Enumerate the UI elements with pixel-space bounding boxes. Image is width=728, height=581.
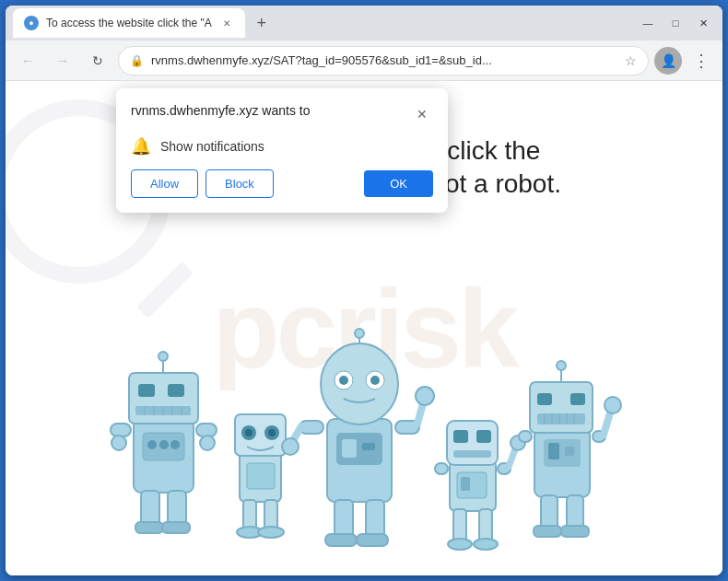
svg-rect-60 [453,450,491,458]
allow-button[interactable]: Allow [131,169,198,198]
svg-rect-16 [111,424,131,436]
lock-icon: 🔒 [130,54,144,67]
minimize-button[interactable]: — [636,14,660,32]
svg-point-51 [282,438,299,455]
refresh-button[interactable]: ↻ [83,46,112,76]
svg-rect-30 [247,463,275,489]
svg-point-69 [448,539,472,550]
svg-rect-44 [342,439,357,458]
svg-point-15 [170,440,180,449]
profile-button[interactable]: 👤 [654,47,682,75]
nav-bar: ← → ↻ 🔒 rvnms.dwhenmyfe.xyz/SAT?tag_id=9… [6,41,722,81]
browser-window: ● To access the website click the "A ✕ +… [6,6,722,575]
svg-point-70 [474,539,498,550]
page-content: pcrisk To access the website click the t… [6,81,722,575]
svg-point-29 [268,429,276,436]
close-button[interactable]: ✕ [691,14,715,32]
tab-close-button[interactable]: ✕ [219,16,234,30]
title-bar: ● To access the website click the "A ✕ +… [6,6,722,41]
svg-point-82 [557,361,566,370]
svg-point-40 [370,376,380,385]
svg-rect-17 [196,424,217,436]
maximize-button[interactable]: □ [663,14,687,32]
svg-rect-85 [565,447,574,456]
svg-rect-93 [561,526,589,537]
svg-point-13 [147,440,157,449]
url-text: rvnms.dwhenmyfe.xyz/SAT?tag_id=905576&su… [151,53,617,67]
svg-point-14 [159,440,169,449]
svg-point-19 [200,436,215,450]
browser-tab[interactable]: ● To access the website click the "A ✕ [13,8,245,38]
svg-rect-73 [537,393,552,405]
svg-point-34 [258,527,284,538]
svg-rect-23 [162,522,190,533]
svg-rect-54 [325,534,357,546]
svg-rect-2 [138,384,155,397]
svg-point-89 [605,397,621,413]
forward-button[interactable]: → [48,46,77,76]
bookmark-icon[interactable]: ☆ [625,53,637,68]
block-button[interactable]: Block [205,169,274,198]
svg-rect-58 [453,430,468,443]
svg-point-36 [321,343,398,424]
svg-rect-74 [570,393,585,405]
svg-rect-62 [461,477,470,491]
tab-favicon-icon: ● [24,16,39,30]
svg-rect-92 [534,526,561,537]
tab-title: To access the website click the "A [46,17,212,29]
svg-rect-86 [519,431,532,442]
window-controls: — □ ✕ [636,14,715,32]
svg-point-42 [355,329,364,338]
menu-button[interactable]: ⋮ [687,47,715,75]
dialog-header: rvnms.dwhenmyfe.xyz wants to ✕ [131,103,433,125]
address-bar[interactable]: 🔒 rvnms.dwhenmyfe.xyz/SAT?tag_id=905576&… [118,46,649,76]
svg-rect-1 [129,373,198,424]
svg-rect-45 [362,443,375,450]
svg-point-49 [416,387,434,405]
svg-point-28 [245,429,252,436]
robots-illustration [97,327,631,566]
svg-point-39 [339,376,348,385]
svg-point-18 [112,436,126,450]
svg-rect-63 [435,463,448,474]
svg-rect-72 [530,382,593,433]
svg-rect-57 [447,421,498,465]
dialog-buttons: Allow Block OK [131,169,433,198]
svg-point-11 [159,352,168,361]
svg-rect-22 [135,522,163,533]
ok-button[interactable]: OK [364,170,433,197]
notification-row: 🔔 Show notifications [131,136,433,157]
dialog-close-button[interactable]: ✕ [411,103,433,125]
bell-icon: 🔔 [131,136,151,157]
new-tab-button[interactable]: + [249,10,275,36]
notification-label: Show notifications [160,139,264,154]
back-button[interactable]: ← [13,46,42,76]
notification-dialog: rvnms.dwhenmyfe.xyz wants to ✕ 🔔 Show no… [116,88,448,213]
svg-rect-59 [476,430,491,443]
svg-rect-55 [357,534,388,546]
svg-rect-84 [548,443,559,459]
svg-rect-3 [168,384,184,397]
dialog-title: rvnms.dwhenmyfe.xyz wants to [131,103,311,118]
